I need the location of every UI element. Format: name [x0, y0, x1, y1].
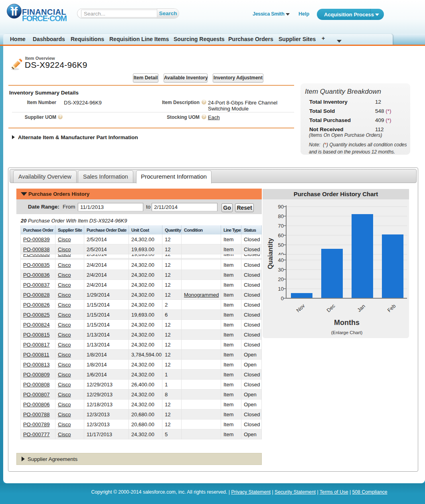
- svg-text:Dec: Dec: [325, 303, 336, 313]
- svg-text:40: 40: [278, 257, 284, 263]
- svg-text:50: 50: [278, 242, 284, 248]
- svg-text:90: 90: [278, 204, 284, 210]
- svg-text:Quaiantity: Quaiantity: [267, 238, 274, 269]
- svg-text:f: f: [14, 5, 18, 18]
- svg-text:Jan: Jan: [356, 303, 366, 313]
- svg-text:60: 60: [278, 232, 284, 238]
- svg-text:Feb: Feb: [386, 303, 397, 313]
- svg-text:10: 10: [278, 286, 284, 292]
- svg-text:20: 20: [278, 276, 284, 282]
- svg-text:Nov: Nov: [295, 303, 306, 313]
- svg-text:30: 30: [278, 267, 284, 273]
- svg-text:70: 70: [278, 223, 284, 229]
- svg-text:(Enlarge Chart): (Enlarge Chart): [331, 330, 363, 335]
- svg-text:80: 80: [278, 213, 284, 219]
- svg-text:FORCE·COM: FORCE·COM: [22, 14, 67, 23]
- svg-text:Months: Months: [334, 319, 360, 327]
- svg-text:0: 0: [281, 295, 284, 301]
